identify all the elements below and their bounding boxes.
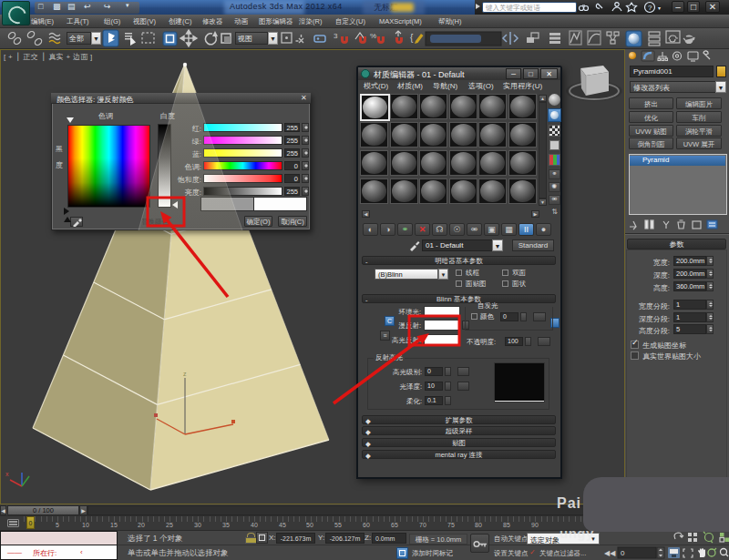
svg-text:?: ? (648, 4, 652, 12)
svg-text:◀◀: ◀◀ (604, 549, 616, 557)
svg-text:{: { (410, 33, 414, 43)
svg-text:x: x (5, 471, 9, 477)
svg-text:▾: ▾ (658, 5, 661, 11)
svg-text:0: 0 (621, 549, 625, 557)
svg-text:%: % (370, 32, 376, 40)
svg-text:3: 3 (334, 32, 338, 40)
svg-text:z: z (183, 371, 187, 377)
